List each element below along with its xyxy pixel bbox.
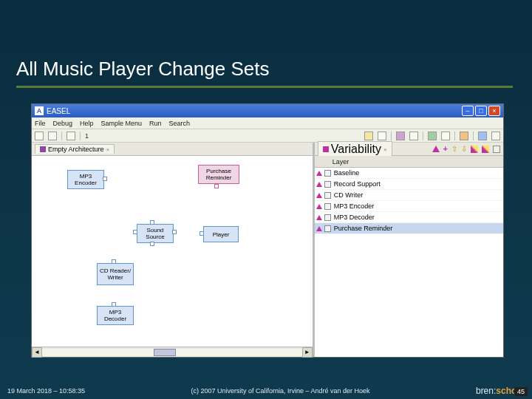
layer-label: MP3 Encoder [334, 202, 375, 210]
move-up-icon[interactable]: ⇧ [451, 145, 457, 153]
toolbar-icon[interactable] [478, 132, 487, 140]
layer-glyph-icon [324, 192, 331, 199]
port[interactable] [103, 177, 107, 181]
layer-glyph-icon [324, 225, 331, 232]
layer-row-cd-writer[interactable]: CD Writer [315, 190, 503, 201]
toggle-icon[interactable] [493, 146, 500, 153]
tab-label: Empty Architecture [48, 146, 104, 153]
wand-icon[interactable] [482, 146, 489, 153]
port[interactable] [214, 184, 219, 188]
menu-file[interactable]: File [35, 120, 46, 127]
port[interactable] [112, 259, 116, 264]
left-tabs: Empty Architecture × [32, 143, 313, 156]
close-tab-icon[interactable]: × [106, 146, 110, 153]
move-down-icon[interactable]: ⇩ [461, 145, 467, 153]
app-icon: A [35, 106, 44, 115]
footer-copyright: (c) 2007 University of California, Irvin… [191, 387, 369, 395]
port[interactable] [150, 220, 154, 225]
toolbar-icon[interactable] [428, 132, 437, 140]
plus-icon[interactable]: + [443, 145, 448, 153]
scroll-right-button[interactable]: ► [302, 347, 313, 358]
layer-glyph-icon [324, 203, 331, 210]
scroll-thumb[interactable] [154, 349, 176, 356]
layer-column-header: Layer [315, 156, 503, 168]
toolbar-icon[interactable] [460, 132, 468, 140]
content-area: Empty Architecture × MP3 Encoder Purchas… [32, 143, 503, 357]
port[interactable] [112, 302, 116, 307]
toolbar-icon[interactable] [48, 132, 57, 140]
toolbar-icon[interactable] [66, 132, 75, 140]
menubar: File Debug Help Sample Menu Run Search [32, 117, 503, 129]
box-cd-reader-writer[interactable]: CD Reader/ Writer [97, 263, 134, 285]
footer-date: 19 March 2018 – 10:58:35 [7, 387, 85, 395]
tab-label: Variability [331, 143, 381, 156]
menu-run[interactable]: Run [149, 120, 162, 127]
box-mp3-decoder[interactable]: MP3 Decoder [97, 306, 134, 325]
horizontal-scrollbar[interactable]: ◄ ► [32, 347, 313, 357]
port[interactable] [172, 230, 177, 234]
layer-glyph-icon [324, 181, 331, 188]
right-toolbar: Variability × + ⇧ ⇩ [315, 143, 503, 156]
toolbar-icon[interactable] [441, 132, 450, 140]
box-label: Sound Source [139, 227, 171, 240]
layer-triangle-icon [316, 193, 322, 198]
box-label: Player [213, 231, 230, 238]
menu-help[interactable]: Help [80, 120, 94, 127]
port[interactable] [150, 242, 154, 246]
box-purchase-reminder[interactable]: Purchase Reminder [198, 165, 239, 184]
toolbar-separator [80, 132, 81, 140]
menu-debug[interactable]: Debug [53, 120, 73, 127]
toolbar-icon[interactable] [409, 132, 418, 140]
box-label: MP3 Encoder [69, 173, 102, 186]
toolbar-separator [423, 132, 423, 140]
toolbar-value: 1 [85, 132, 89, 140]
menu-sample[interactable]: Sample Menu [101, 120, 143, 127]
window-close-button[interactable]: × [488, 106, 500, 116]
wand-icon[interactable] [471, 146, 478, 153]
app-title: EASEL [47, 107, 70, 115]
page-number: 45 [514, 387, 528, 396]
right-pane: Variability × + ⇧ ⇩ Layer Baseline Recor… [315, 143, 503, 357]
tab-architecture[interactable]: Empty Architecture × [35, 144, 115, 154]
add-layer-icon[interactable] [432, 146, 440, 152]
diagram-canvas[interactable]: MP3 Encoder Purchase Reminder Sound Sour… [32, 156, 313, 347]
port[interactable] [200, 231, 204, 236]
layer-triangle-icon [316, 226, 322, 231]
toolbar-separator [391, 132, 392, 140]
tab-variability[interactable]: Variability × [318, 141, 392, 157]
left-pane: Empty Architecture × MP3 Encoder Purchas… [32, 143, 315, 357]
toolbar-icon[interactable] [364, 132, 373, 140]
layer-label: Purchase Reminder [334, 225, 393, 232]
toolbar-icon[interactable] [491, 132, 500, 140]
main-toolbar: 1 [32, 129, 503, 143]
title-underline [16, 86, 513, 88]
toolbar-icon[interactable] [35, 132, 44, 140]
box-mp3-encoder[interactable]: MP3 Encoder [67, 170, 104, 189]
menu-search[interactable]: Search [169, 120, 191, 127]
window-minimize-button[interactable]: – [462, 106, 474, 116]
toolbar-icon[interactable] [378, 132, 386, 140]
box-player[interactable]: Player [203, 226, 239, 242]
close-tab-icon[interactable]: × [383, 146, 387, 153]
app-window: A EASEL – □ × File Debug Help Sample Men… [31, 103, 504, 358]
variability-icon [323, 146, 329, 152]
layer-row-mp3-decoder[interactable]: MP3 Decoder [315, 212, 503, 223]
layer-triangle-icon [316, 204, 322, 209]
layer-label: CD Writer [334, 191, 363, 199]
layer-glyph-icon [324, 214, 331, 221]
toolbar-separator [454, 132, 455, 140]
layer-row-mp3-encoder[interactable]: MP3 Encoder [315, 201, 503, 212]
port[interactable] [133, 230, 137, 234]
window-maximize-button[interactable]: □ [475, 106, 487, 116]
toolbar-separator [473, 132, 474, 140]
scroll-left-button[interactable]: ◄ [32, 347, 42, 358]
layer-label: Record Support [334, 180, 381, 188]
box-sound-source[interactable]: Sound Source [137, 224, 174, 243]
slide-footer: 19 March 2018 – 10:58:35 (c) 2007 Univer… [0, 386, 532, 396]
layer-row-purchase-reminder[interactable]: Purchase Reminder [315, 223, 503, 234]
layer-row-record-support[interactable]: Record Support [315, 179, 503, 190]
layer-triangle-icon [316, 215, 322, 220]
toolbar-icon[interactable] [396, 132, 405, 140]
box-label: Purchase Reminder [200, 168, 237, 181]
layer-row-baseline[interactable]: Baseline [315, 168, 503, 179]
